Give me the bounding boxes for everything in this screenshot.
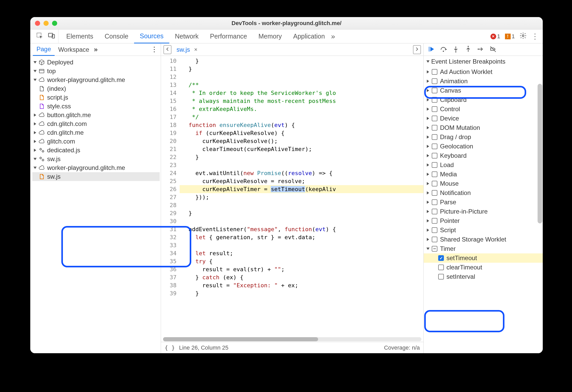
checkbox[interactable]: [432, 162, 437, 168]
tree-item[interactable]: top: [32, 67, 160, 76]
breakpoint-category[interactable]: Pointer: [424, 216, 543, 225]
code-line[interactable]: result = eval(str) + "";: [180, 265, 423, 273]
pretty-print-icon[interactable]: { }: [165, 344, 175, 351]
code-line[interactable]: }: [180, 153, 423, 161]
nav-tabs-more[interactable]: »: [94, 46, 98, 54]
breakpoint-category[interactable]: Drag / drop: [424, 132, 543, 142]
panel-tab-application[interactable]: Application: [288, 29, 331, 43]
panel-tab-performance[interactable]: Performance: [204, 29, 253, 43]
checkbox[interactable]: [432, 125, 437, 131]
error-count[interactable]: × 1: [490, 33, 500, 40]
code-lines[interactable]: } } /** * In order to keep the ServiceWo…: [180, 56, 423, 337]
breakpoint-category[interactable]: Control: [424, 104, 543, 114]
deactivate-breakpoints-icon[interactable]: [489, 46, 497, 54]
breakpoint-category[interactable]: Notification: [424, 188, 543, 198]
tree-item[interactable]: style.css: [32, 102, 160, 111]
tree-item[interactable]: Deployed: [32, 58, 160, 67]
code-line[interactable]: curKeepAliveTimer = setTimeout(keepAliv: [180, 185, 423, 193]
code-line[interactable]: [180, 241, 423, 249]
tree-item[interactable]: button.glitch.me: [32, 111, 160, 119]
code-line[interactable]: }: [180, 57, 423, 65]
checkbox[interactable]: [432, 153, 437, 159]
breakpoint-event[interactable]: setInterval: [424, 272, 543, 281]
code-line[interactable]: [180, 161, 423, 169]
breakpoint-category[interactable]: Mouse: [424, 179, 543, 188]
breakpoint-category[interactable]: Shared Storage Worklet: [424, 235, 543, 244]
panel-tab-network[interactable]: Network: [169, 29, 204, 43]
tree-item[interactable]: worker-playground.glitch.me: [32, 163, 160, 172]
breakpoint-category[interactable]: Ad Auction Worklet: [424, 67, 543, 77]
device-toggle-icon[interactable]: [48, 32, 55, 41]
code-line[interactable]: * In order to keep the ServiceWorker's g…: [180, 89, 423, 97]
vertical-scrollbar[interactable]: [538, 58, 542, 351]
checkbox[interactable]: [438, 265, 444, 270]
panel-tab-elements[interactable]: Elements: [61, 29, 99, 43]
more-tabs-button[interactable]: »: [331, 32, 335, 41]
breakpoint-category[interactable]: Media: [424, 170, 543, 179]
event-listener-breakpoints-header[interactable]: Event Listener Breakpoints: [424, 56, 543, 67]
checkbox[interactable]: [432, 227, 437, 233]
minimize-window-button[interactable]: [43, 21, 49, 26]
code-line[interactable]: }: [180, 289, 423, 297]
checkbox[interactable]: [432, 88, 437, 93]
checkbox[interactable]: [432, 69, 437, 75]
tree-item[interactable]: (index): [32, 84, 160, 93]
tree-item[interactable]: sw.js: [32, 172, 160, 181]
toggle-debugger-icon[interactable]: [413, 45, 421, 54]
checkbox[interactable]: [432, 134, 437, 140]
breakpoint-category[interactable]: Parse: [424, 198, 543, 207]
checkbox[interactable]: [432, 78, 437, 84]
tree-item[interactable]: sw.js: [32, 155, 160, 163]
tree-item[interactable]: dedicated.js: [32, 146, 160, 155]
code-line[interactable]: if (curKeepAliveResolve) {: [180, 129, 423, 137]
code-line[interactable]: let { generation, str } = evt.data;: [180, 233, 423, 241]
breakpoint-category[interactable]: Keyboard: [424, 151, 543, 160]
checkbox[interactable]: [432, 190, 437, 196]
breakpoint-event[interactable]: setTimeout: [424, 253, 543, 263]
code-line[interactable]: }: [180, 209, 423, 217]
code-line[interactable]: function ensureKeepAlive(evt) {: [180, 121, 423, 129]
tree-item[interactable]: script.js: [32, 93, 160, 102]
checkbox[interactable]: [432, 246, 437, 252]
code-line[interactable]: [180, 217, 423, 225]
horizontal-scrollbar[interactable]: [161, 337, 423, 342]
code-line[interactable]: }: [180, 65, 423, 73]
panel-tab-memory[interactable]: Memory: [253, 29, 287, 43]
code-line[interactable]: */: [180, 113, 423, 121]
tree-item[interactable]: cdn.glitch.me: [32, 128, 160, 137]
code-line[interactable]: clearTimeout(curKeepAliveTimer);: [180, 145, 423, 153]
breakpoint-category[interactable]: Animation: [424, 77, 543, 86]
nav-tab-workspace[interactable]: Workspace: [55, 43, 93, 56]
code-line[interactable]: * extraKeepAliveMs.: [180, 105, 423, 113]
step-over-icon[interactable]: [440, 46, 447, 54]
settings-icon[interactable]: [519, 32, 527, 41]
warning-count[interactable]: ! 1: [505, 33, 515, 40]
checkbox[interactable]: [438, 255, 444, 261]
code-line[interactable]: [180, 201, 423, 209]
breakpoint-category[interactable]: Geolocation: [424, 142, 543, 151]
code-line[interactable]: }));: [180, 193, 423, 201]
code-line[interactable]: let result;: [180, 249, 423, 257]
code-line[interactable]: curKeepAliveResolve = resolve;: [180, 177, 423, 185]
checkbox[interactable]: [432, 171, 437, 177]
checkbox[interactable]: [432, 144, 437, 149]
checkbox[interactable]: [432, 106, 437, 112]
panel-tab-sources[interactable]: Sources: [134, 29, 169, 43]
step-into-icon[interactable]: [452, 46, 459, 54]
close-tab-icon[interactable]: ×: [194, 46, 197, 53]
code-editor[interactable]: 1011121314151617181920212223242526272829…: [161, 56, 423, 337]
inspect-icon[interactable]: [36, 32, 43, 41]
code-line[interactable]: evt.waitUntil(new Promise((resolve) => {: [180, 169, 423, 177]
code-line[interactable]: try {: [180, 257, 423, 265]
nav-tab-page[interactable]: Page: [33, 43, 55, 56]
breakpoint-category[interactable]: Load: [424, 160, 543, 170]
breakpoint-category[interactable]: DOM Mutation: [424, 123, 543, 132]
code-line[interactable]: result = "Exception: " + ex;: [180, 281, 423, 289]
breakpoint-category[interactable]: Script: [424, 225, 543, 235]
checkbox[interactable]: [432, 181, 437, 186]
checkbox[interactable]: [432, 218, 437, 224]
breakpoint-category[interactable]: Canvas: [424, 86, 543, 95]
tree-item[interactable]: cdn.glitch.com: [32, 119, 160, 128]
code-line[interactable]: /**: [180, 81, 423, 89]
checkbox[interactable]: [432, 199, 437, 205]
